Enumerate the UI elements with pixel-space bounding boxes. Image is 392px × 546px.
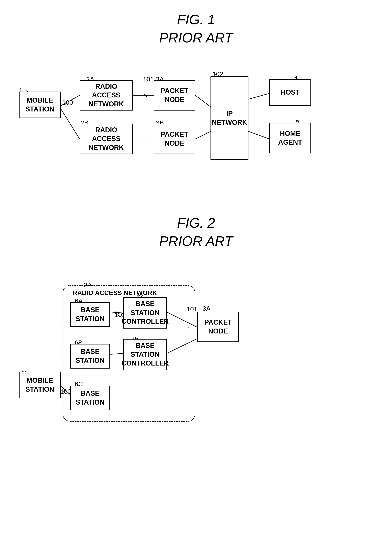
packet-node-3a: PACKETNODE: [154, 80, 195, 110]
bsc-7a: BASESTATIONCONTROLLER: [123, 297, 167, 329]
ran-label: RADIO ACCESS NETWORK: [73, 289, 157, 297]
svg-line-7: [248, 93, 269, 99]
host: HOST: [269, 79, 311, 106]
fig1-connectors: [11, 50, 381, 192]
fig1-diagram: 1 100 2A 2B 101 3A 3B 102 4 5 MOBILESTAT…: [11, 50, 381, 192]
svg-line-2: [144, 94, 147, 97]
ref-3a-fig2: 3A: [203, 305, 210, 312]
page: FIG. 1 PRIOR ART: [0, 0, 392, 546]
packet-node-3b: PACKETNODE: [154, 124, 195, 154]
ref-100-fig1: 100: [62, 99, 73, 106]
ran-2b: RADIOACCESSNETWORK: [80, 124, 133, 154]
mobile-station-fig1: MOBILESTATION: [19, 91, 61, 118]
svg-line-6: [195, 131, 210, 139]
home-agent: HOMEAGENT: [269, 123, 311, 153]
fig2-title-block: FIG. 2 PRIOR ART: [11, 215, 381, 249]
svg-line-4: [61, 109, 80, 139]
bsc-7b: BASESTATIONCONTROLLER: [123, 339, 167, 370]
svg-line-8: [248, 131, 269, 139]
packet-node-3a-fig2: PACKETNODE: [197, 312, 239, 342]
fig2-title: FIG. 2: [11, 215, 381, 231]
base-station-6b: BASESTATION: [70, 344, 110, 369]
svg-line-5: [195, 95, 210, 107]
base-station-6a: BASESTATION: [70, 302, 110, 327]
base-station-6c: BASESTATION: [70, 386, 110, 410]
ran-2a: RADIOACCESSNETWORK: [80, 80, 133, 110]
fig1-title-block: FIG. 1 PRIOR ART: [11, 11, 381, 46]
fig2-diagram: 1 100 2A 6A 6B 6C 103 7A 7B 101 3A RADIO…: [11, 255, 381, 464]
fig2-subtitle: PRIOR ART: [11, 233, 381, 249]
ref-101: 101: [143, 75, 154, 83]
ip-network: IPNETWORK: [210, 76, 248, 160]
mobile-station-fig2: MOBILESTATION: [19, 372, 61, 398]
fig1-title: FIG. 1: [11, 11, 381, 28]
fig1-subtitle: PRIOR ART: [11, 30, 381, 46]
